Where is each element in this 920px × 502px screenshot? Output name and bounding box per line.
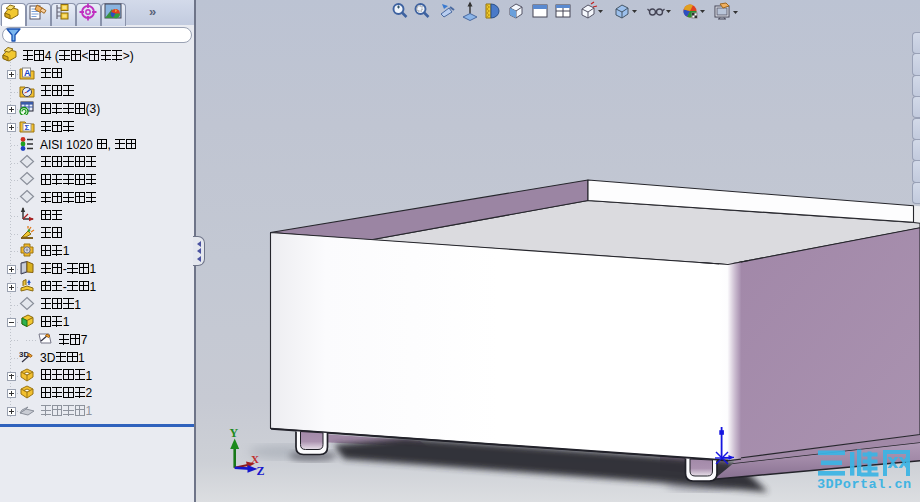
svg-text:Z: Z bbox=[257, 464, 265, 478]
svg-text:Σ: Σ bbox=[25, 123, 30, 132]
svg-text:Y: Y bbox=[230, 426, 239, 440]
svg-text:A: A bbox=[24, 68, 31, 78]
